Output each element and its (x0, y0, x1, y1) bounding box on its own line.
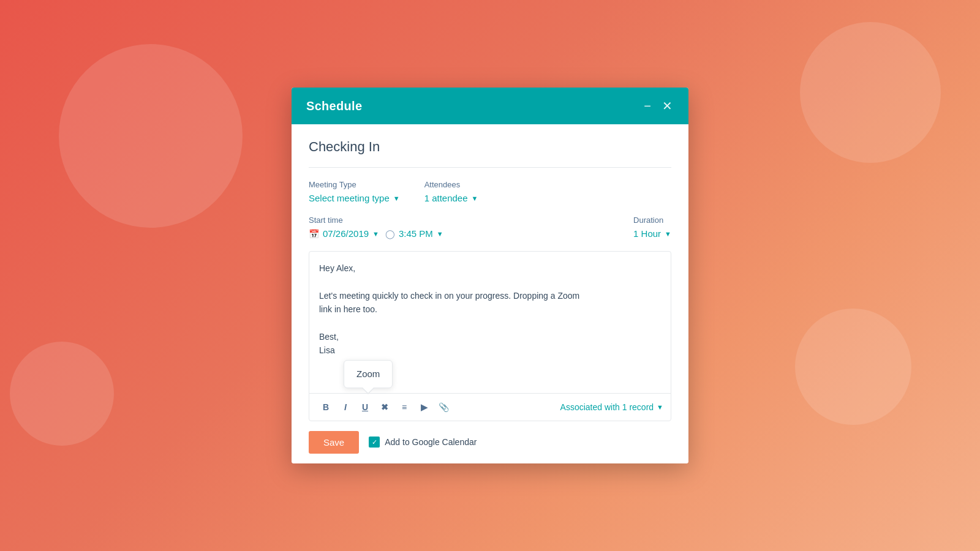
date-arrow: ▼ (372, 230, 379, 238)
email-line3: Let's meeting quickly to check in on you… (319, 289, 661, 302)
attendees-arrow: ▼ (472, 195, 478, 202)
divider-top (309, 167, 671, 168)
form-row-type-attendees: Meeting Type Select meeting type ▼ Atten… (309, 180, 671, 203)
calendar-checkbox: ✓ (369, 437, 380, 448)
time-picker[interactable]: ◯ 3:45 PM ▼ (385, 228, 443, 239)
clock-icon: ◯ (385, 229, 395, 239)
italic-button[interactable]: I (336, 399, 355, 416)
modal-title: Schedule (306, 99, 362, 113)
duration-arrow: ▼ (665, 230, 671, 238)
bg-circle-2 (10, 342, 114, 446)
schedule-modal: Schedule − ✕ Checking In Meeting Type Se… (292, 88, 688, 463)
start-time-label: Start time (309, 216, 609, 225)
associated-arrow: ▼ (657, 403, 663, 411)
start-time-group: Start time 📅 07/26/2019 ▼ ◯ 3:45 PM ▼ (309, 216, 609, 239)
duration-dropdown[interactable]: 1 Hour ▼ (633, 228, 671, 239)
modal-header: Schedule − ✕ (292, 88, 688, 124)
calendar-icon: 📅 (309, 229, 319, 239)
close-button[interactable]: ✕ (661, 99, 674, 113)
form-row-time-duration: Start time 📅 07/26/2019 ▼ ◯ 3:45 PM ▼ (309, 216, 671, 239)
list-button[interactable]: ≡ (395, 399, 413, 416)
minimize-button[interactable]: − (643, 99, 652, 113)
header-actions: − ✕ (643, 99, 674, 113)
strikethrough-icon: ✖ (381, 402, 388, 412)
modal-wrapper: Schedule − ✕ Checking In Meeting Type Se… (292, 88, 688, 463)
date-picker[interactable]: 📅 07/26/2019 ▼ (309, 228, 379, 239)
date-value: 07/26/2019 (323, 228, 369, 239)
zoom-tooltip-wrapper: Zoom (344, 360, 393, 388)
meeting-type-value: Select meeting type (309, 193, 390, 203)
time-arrow: ▼ (437, 230, 443, 238)
attachment-button[interactable]: 📎 (434, 399, 453, 416)
attendees-group: Attendees 1 attendee ▼ (424, 180, 478, 203)
underline-button[interactable]: U (356, 399, 374, 416)
associated-record-btn[interactable]: Associated with 1 record ▼ (560, 402, 663, 412)
attendees-value: 1 attendee (424, 193, 468, 203)
bold-button[interactable]: B (317, 399, 335, 416)
duration-label: Duration (633, 216, 671, 225)
save-button[interactable]: Save (309, 431, 359, 454)
editor-toolbar: B I U ✖ ≡ ▶ (309, 393, 671, 421)
bg-circle-3 (800, 22, 941, 163)
email-body[interactable]: Hey Alex, Let's meeting quickly to check… (309, 252, 671, 393)
italic-icon: I (344, 402, 347, 412)
meeting-type-arrow: ▼ (393, 195, 400, 202)
add-to-calendar-option[interactable]: ✓ Add to Google Calendar (369, 437, 477, 448)
meeting-title: Checking In (309, 139, 671, 155)
attendees-dropdown[interactable]: 1 attendee ▼ (424, 193, 478, 203)
zoom-tooltip: Zoom (344, 360, 393, 388)
list-icon: ≡ (402, 402, 407, 412)
attendees-label: Attendees (424, 180, 478, 189)
time-inputs: 📅 07/26/2019 ▼ ◯ 3:45 PM ▼ (309, 228, 609, 239)
email-line7: Lisa (319, 343, 661, 357)
modal-footer: Save ✓ Add to Google Calendar (292, 421, 688, 463)
email-line2 (319, 276, 661, 289)
email-line5 (319, 317, 661, 330)
attachment-icon: 📎 (439, 402, 449, 412)
underline-icon: U (362, 402, 368, 412)
email-line1: Hey Alex, (319, 261, 661, 275)
strikethrough-button[interactable]: ✖ (375, 399, 394, 416)
associated-record-label: Associated with 1 record (560, 402, 654, 412)
email-line4: link in here too. (319, 302, 661, 316)
bg-circle-4 (795, 309, 911, 425)
email-content-area: Hey Alex, Let's meeting quickly to check… (309, 251, 671, 421)
bg-circle-1 (59, 44, 243, 228)
meeting-type-label: Meeting Type (309, 180, 400, 189)
calendar-label: Add to Google Calendar (385, 437, 477, 447)
meeting-type-group: Meeting Type Select meeting type ▼ (309, 180, 400, 203)
video-icon: ▶ (421, 402, 428, 412)
modal-body: Checking In Meeting Type Select meeting … (292, 124, 688, 421)
duration-group: Duration 1 Hour ▼ (633, 216, 671, 239)
time-value: 3:45 PM (399, 228, 433, 239)
email-line6: Best, (319, 330, 661, 343)
duration-value: 1 Hour (633, 228, 661, 239)
meeting-type-dropdown[interactable]: Select meeting type ▼ (309, 193, 400, 203)
video-button[interactable]: ▶ (415, 399, 433, 416)
bold-icon: B (323, 402, 329, 412)
